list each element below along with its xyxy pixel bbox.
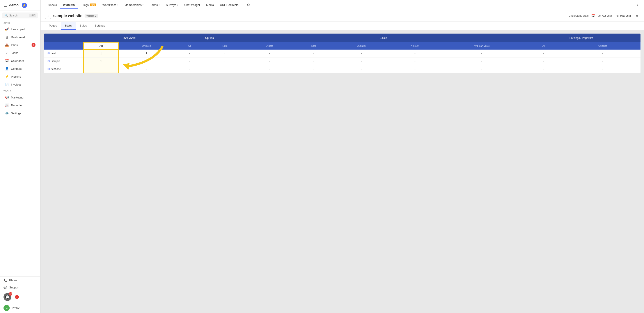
sidebar-item-profile[interactable]: G Profile: [0, 303, 40, 313]
page-name-cell-test: ✉ test: [44, 50, 84, 58]
calendars-icon: 📅: [5, 59, 9, 63]
cell-sample-avg-cart: -: [441, 58, 522, 65]
menu-toggle-icon[interactable]: ☰: [4, 3, 7, 8]
pipeline-icon: ⚡: [5, 75, 9, 79]
nav-separator: [243, 3, 243, 7]
content-header: ‹ sample website Version 2 Understand st…: [40, 10, 644, 22]
cell-testone-earnings-uniques: -: [565, 65, 640, 73]
date-range: 📅 Tue, Apr 25th · Thu, May 25th: [591, 14, 631, 18]
topnav-blogs[interactable]: Blogs New: [79, 2, 99, 8]
sidebar-item-dashboard[interactable]: ▦ Dashboard: [1, 33, 39, 41]
cell-sample-optins-all: -: [174, 58, 205, 65]
cell-testone-optins-rate: -: [205, 65, 245, 73]
sidebar-item-support[interactable]: 💬 Support: [0, 284, 40, 291]
table-group-header-row: Page Views Opt-Ins Sales Earnings / Page…: [44, 34, 640, 42]
tab-sales[interactable]: Sales: [76, 22, 91, 30]
stats-area: Page Views Opt-Ins Sales Earnings / Page…: [40, 30, 644, 313]
chat-icon: 💬: [5, 295, 10, 299]
contacts-label: Contacts: [11, 67, 22, 70]
table-subheader-optins-rate: Rate: [205, 42, 245, 50]
table-header-earnings: Earnings / Pageview: [522, 34, 640, 42]
media-label: Media: [206, 3, 214, 7]
support-icon: 💬: [4, 286, 7, 289]
sidebar-item-invoices[interactable]: 📄 Invoices: [1, 81, 39, 88]
cell-sample-earnings-uniques: -: [565, 58, 640, 65]
dashboard-icon: ▦: [5, 35, 9, 39]
contacts-icon: 👤: [5, 67, 9, 71]
table-subheader-amount: Amount: [389, 42, 441, 50]
topnav-funnels[interactable]: Funnels: [44, 2, 60, 8]
topnav-chat-widget[interactable]: Chat Widget: [182, 2, 203, 8]
table-subheader-page: [44, 42, 84, 50]
cell-test-earnings-all: -: [522, 50, 565, 58]
topnav-media[interactable]: Media: [204, 2, 216, 8]
settings-icon: ⚙️: [5, 111, 9, 115]
page-title: sample website: [53, 14, 82, 18]
info-button[interactable]: ℹ: [634, 2, 640, 8]
inbox-badge: 1: [32, 43, 36, 47]
sidebar-item-tasks[interactable]: ✓ Tasks: [1, 49, 39, 57]
cell-test-orders: -: [245, 50, 294, 58]
date-range-text: Tue, Apr 25th · Thu, May 25th: [596, 14, 631, 17]
table-row: ✉ sample 1 - - - - - - - - -: [44, 58, 640, 65]
cell-testone-amount: -: [389, 65, 441, 73]
funnels-label: Funnels: [47, 3, 57, 7]
topnav-url-redirects[interactable]: URL Redirects: [217, 2, 241, 8]
cell-test-optins-all: -: [174, 50, 205, 58]
cell-testone-quantity: -: [334, 65, 389, 73]
chat-badge: 10: [9, 292, 12, 296]
sidebar-item-settings[interactable]: ⚙️ Settings: [1, 109, 39, 117]
inbox-label: Inbox: [11, 44, 18, 47]
sidebar-item-contacts[interactable]: 👤 Contacts: [1, 65, 39, 72]
sidebar-item-phone[interactable]: 📞 Phone: [0, 276, 40, 284]
pipeline-label: Pipeline: [11, 75, 21, 78]
settings-label: Settings: [11, 112, 21, 115]
back-button[interactable]: ‹: [45, 13, 51, 19]
cell-testone-optins-all: -: [174, 65, 205, 73]
table-subheader-uniques: Uniques: [119, 42, 174, 50]
sidebar-search[interactable]: 🔍 Search ctrl K: [2, 13, 38, 19]
topnav-websites[interactable]: Websites: [60, 1, 78, 9]
launchpad-icon: 🚀: [5, 27, 9, 31]
sidebar-item-inbox[interactable]: 📥 Inbox 1: [1, 41, 39, 49]
tab-pages[interactable]: Pages: [45, 22, 61, 30]
topnav-wordpress[interactable]: WordPress ▾: [100, 2, 121, 8]
top-navigation: Funnels Websites Blogs New WordPress ▾ M…: [40, 0, 644, 10]
cell-test-quantity: -: [334, 50, 389, 58]
topnav-memberships[interactable]: Memberships ▾: [122, 2, 146, 8]
page-name-sample: sample: [52, 60, 60, 63]
topnav-forms[interactable]: Forms ▾: [147, 2, 162, 8]
flash-icon[interactable]: ⚡: [22, 3, 27, 8]
table-header-pageviews: Page Views: [84, 34, 174, 42]
memberships-chevron-icon: ▾: [142, 4, 144, 6]
table-subheader-earnings-uniques: Uniques: [565, 42, 640, 50]
reporting-icon: 📈: [5, 103, 9, 107]
table-subheader-rate: Rate: [294, 42, 334, 50]
websites-label: Websites: [63, 3, 76, 6]
table-header-sales: Sales: [245, 34, 522, 42]
sidebar-item-calendars[interactable]: 📅 Calendars: [1, 57, 39, 65]
sidebar-item-reporting[interactable]: 📈 Reporting: [1, 102, 39, 109]
tab-stats[interactable]: Stats: [61, 22, 76, 30]
table-subheader-quantity: Quantity: [334, 42, 389, 50]
refresh-button[interactable]: ↻: [634, 13, 640, 19]
topnav-surveys[interactable]: Surveys ▾: [163, 2, 181, 8]
forms-chevron-icon: ▾: [159, 4, 160, 6]
tab-settings[interactable]: Settings: [91, 22, 109, 30]
settings-gear-button[interactable]: ⚙: [245, 2, 252, 9]
understand-stats-link[interactable]: Understand stats: [568, 14, 588, 17]
page-name-testone: test one: [52, 68, 61, 71]
page-name-cell-sample: ✉ sample: [44, 58, 84, 65]
apps-section-label: Apps: [0, 20, 40, 25]
sidebar-item-marketing[interactable]: 📢 Marketing: [1, 94, 39, 101]
tools-section-label: Tools: [0, 88, 40, 93]
table-subheader-orders: Orders: [245, 42, 294, 50]
sidebar-item-notifications[interactable]: 💬 10 4: [0, 291, 40, 303]
cell-sample-earnings-all: -: [522, 58, 565, 65]
surveys-chevron-icon: ▾: [177, 4, 178, 6]
sidebar-item-launchpad[interactable]: 🚀 Launchpad: [1, 26, 39, 33]
sidebar-item-pipeline[interactable]: ⚡ Pipeline: [1, 73, 39, 80]
marketing-icon: 📢: [5, 95, 9, 99]
cell-sample-amount: -: [389, 58, 441, 65]
blogs-new-badge: New: [90, 4, 96, 6]
